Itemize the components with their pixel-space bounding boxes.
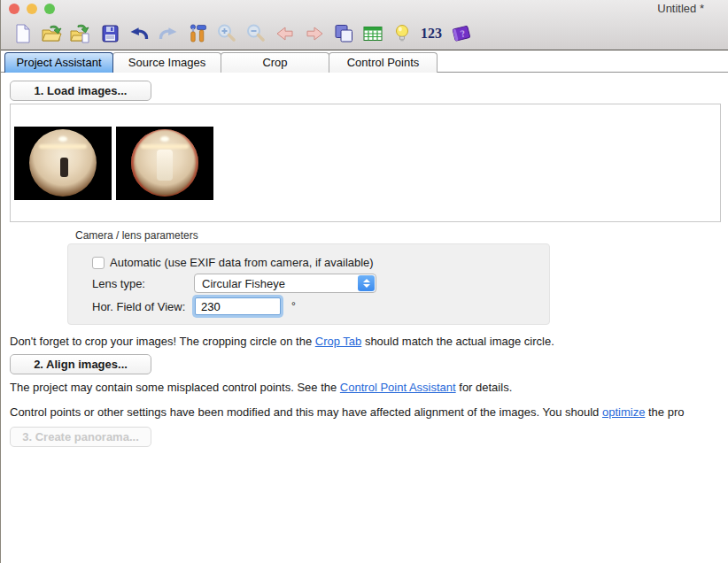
load-images-button[interactable]: 1. Load images...	[10, 81, 151, 101]
save-project-icon[interactable]	[97, 22, 121, 46]
preview-panorama-icon[interactable]	[331, 22, 355, 46]
close-window-button[interactable]	[9, 4, 19, 14]
minimize-window-button[interactable]	[27, 4, 37, 14]
fisheye-photo-2	[131, 129, 198, 197]
open-project-icon[interactable]	[39, 22, 63, 46]
align-images-button[interactable]: 2. Align images...	[10, 354, 151, 374]
tab-control-points[interactable]: Control Points	[329, 52, 438, 73]
loaded-images-panel[interactable]	[10, 104, 721, 222]
optimize-link[interactable]: optimize	[602, 405, 645, 419]
optimize-message: Control points or other settings have be…	[10, 405, 728, 419]
crop-warning-message: Don't forget to crop your images! The cr…	[10, 335, 728, 348]
gl-preview-icon[interactable]	[390, 22, 414, 46]
previous-image-icon[interactable]	[273, 22, 297, 46]
hugin-window: Untitled *	[0, 0, 728, 563]
help-icon[interactable]: ?	[449, 22, 473, 46]
show-numbers-icon[interactable]: 123	[419, 22, 444, 46]
control-points-message: The project may contain some misplaced c…	[10, 381, 728, 394]
hfov-input[interactable]	[195, 297, 281, 315]
lens-type-select[interactable]: Circular Fisheye	[194, 274, 376, 293]
crop-tab-link[interactable]: Crop Tab	[315, 335, 362, 348]
toolbar: 123 ?	[10, 19, 473, 48]
automatic-exif-label: Automatic (use EXIF data from camera, if…	[110, 256, 374, 269]
hfov-unit: °	[291, 300, 296, 312]
image-thumbnail-2[interactable]	[116, 127, 213, 200]
chevron-up-down-icon	[358, 275, 375, 291]
tab-bar: Project Assistant Source Images Crop Con…	[1, 50, 728, 73]
lens-type-value: Circular Fisheye	[202, 277, 285, 290]
control-points-table-icon[interactable]	[360, 22, 384, 46]
redo-icon[interactable]	[156, 22, 180, 46]
control-point-assistant-link[interactable]: Control Point Assistant	[340, 381, 456, 394]
window-title: Untitled *	[657, 2, 704, 15]
tab-crop[interactable]: Crop	[221, 52, 329, 73]
image-thumbnail-1[interactable]	[14, 127, 112, 200]
zoom-window-button[interactable]	[44, 4, 55, 14]
preferences-icon[interactable]	[185, 22, 209, 46]
new-project-icon[interactable]	[10, 22, 34, 46]
tab-project-assistant[interactable]: Project Assistant	[4, 52, 113, 73]
hfov-label: Hor. Field of View:	[92, 300, 194, 313]
window-chrome: Untitled *	[1, 0, 728, 50]
traffic-lights	[9, 4, 55, 14]
zoom-out-icon[interactable]	[244, 22, 267, 46]
next-image-icon[interactable]	[302, 22, 326, 46]
lens-type-label: Lens type:	[92, 277, 194, 290]
create-panorama-button: 3. Create panorama...	[10, 427, 151, 447]
add-images-icon[interactable]	[68, 22, 92, 46]
camera-lens-group: Automatic (use EXIF data from camera, if…	[67, 243, 550, 325]
undo-icon[interactable]	[127, 22, 151, 46]
fisheye-photo-1	[29, 129, 97, 197]
automatic-exif-checkbox[interactable]	[92, 257, 105, 269]
camera-lens-group-title: Camera / lens parameters	[75, 229, 728, 242]
tab-source-images[interactable]: Source Images	[112, 52, 221, 73]
assistant-panel: 1. Load images... Camera / lens paramete…	[1, 73, 728, 447]
zoom-in-icon[interactable]	[214, 22, 238, 46]
